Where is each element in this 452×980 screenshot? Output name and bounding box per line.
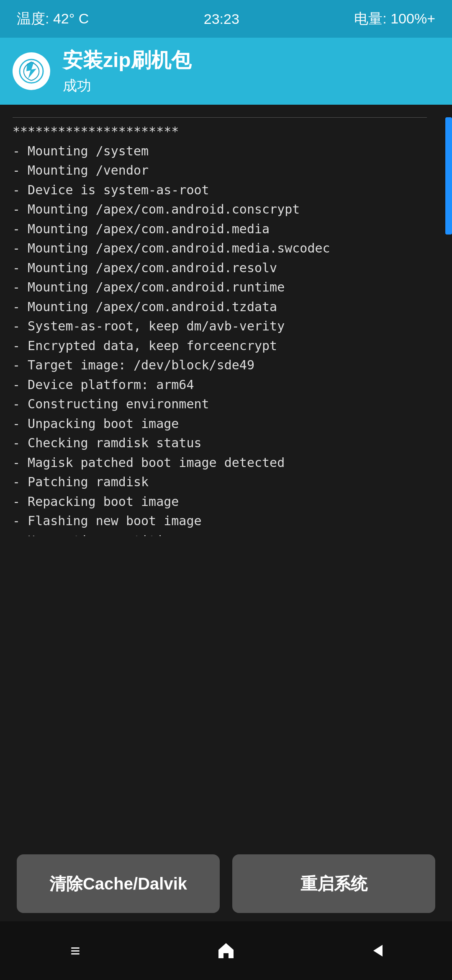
log-container: ********************** - Mounting /syste… bbox=[0, 105, 452, 549]
home-nav-icon[interactable] bbox=[209, 934, 243, 967]
clear-cache-button[interactable]: 清除Cache/Dalvik bbox=[17, 854, 220, 913]
time-display: 23:23 bbox=[204, 11, 239, 27]
log-top-divider bbox=[13, 117, 427, 118]
scrollbar[interactable] bbox=[445, 117, 452, 536]
temperature-display: 温度: 42° C bbox=[17, 9, 89, 28]
reboot-button[interactable]: 重启系统 bbox=[232, 854, 435, 913]
nav-bar: ≡ bbox=[0, 921, 452, 980]
header-text-block: 安装zip刷机包 成功 bbox=[63, 47, 191, 95]
log-content: ********************** - Mounting /syste… bbox=[13, 117, 427, 536]
header: 安装zip刷机包 成功 bbox=[0, 38, 452, 105]
battery-display: 电量: 100%+ bbox=[354, 9, 435, 28]
svg-marker-1 bbox=[373, 945, 383, 957]
flash-icon bbox=[19, 59, 44, 84]
back-nav-icon[interactable] bbox=[360, 934, 393, 967]
menu-nav-icon[interactable]: ≡ bbox=[59, 934, 92, 967]
scrollbar-thumb[interactable] bbox=[445, 117, 452, 235]
app-icon bbox=[13, 52, 50, 90]
status-bar: 温度: 42° C 23:23 电量: 100%+ bbox=[0, 0, 452, 38]
log-text: ********************** - Mounting /syste… bbox=[13, 122, 427, 536]
page-subtitle: 成功 bbox=[63, 76, 191, 95]
page-title: 安装zip刷机包 bbox=[63, 47, 191, 74]
bottom-buttons: 清除Cache/Dalvik 重启系统 bbox=[0, 854, 452, 913]
